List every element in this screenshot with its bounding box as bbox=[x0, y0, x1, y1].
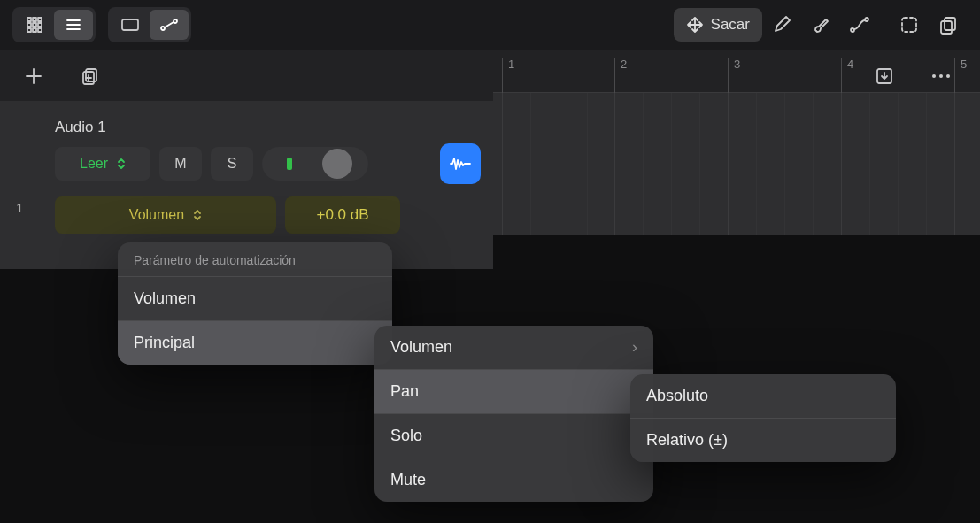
automation-value-field[interactable]: +0.0 dB bbox=[285, 196, 400, 234]
brush-tool-button[interactable] bbox=[801, 8, 840, 42]
svg-rect-5 bbox=[38, 23, 42, 27]
mute-button[interactable]: M bbox=[159, 147, 202, 181]
submenu-item-volumen[interactable]: Volumen › bbox=[374, 326, 653, 369]
submenu-item-mute[interactable]: Mute bbox=[374, 458, 653, 502]
automation-mode-button[interactable]: Leer bbox=[55, 147, 150, 181]
svg-rect-23 bbox=[86, 69, 96, 81]
automation-view-button[interactable] bbox=[150, 10, 189, 40]
automation-value-label: +0.0 dB bbox=[316, 206, 368, 224]
automation-mode-label: Leer bbox=[80, 156, 108, 172]
menu-item-volumen[interactable]: Volumen bbox=[118, 276, 392, 320]
automation-parameter-label: Volumen bbox=[129, 207, 184, 223]
pencil-tool-button[interactable] bbox=[762, 8, 801, 42]
svg-rect-6 bbox=[27, 28, 31, 32]
timeline-grid[interactable] bbox=[493, 93, 980, 235]
svg-rect-18 bbox=[902, 18, 916, 32]
region-view-button[interactable] bbox=[111, 10, 150, 40]
curve-tool-button[interactable] bbox=[840, 8, 879, 42]
duplicate-track-button[interactable] bbox=[74, 60, 106, 92]
submenu-item-solo[interactable]: Solo bbox=[374, 413, 653, 458]
principal-submenu: Volumen › Pan Solo Mute bbox=[374, 326, 653, 502]
add-track-button[interactable] bbox=[18, 60, 50, 92]
svg-rect-12 bbox=[122, 19, 138, 30]
meter-indicator bbox=[287, 158, 292, 170]
svg-rect-7 bbox=[33, 28, 36, 32]
copy-tool-button[interactable] bbox=[929, 8, 968, 42]
marquee-tool-button[interactable] bbox=[890, 8, 929, 42]
automation-parameter-menu: Parámetro de automatización Volumen Prin… bbox=[118, 242, 392, 365]
ruler-mark: 5 bbox=[954, 58, 967, 93]
svg-rect-20 bbox=[941, 21, 952, 34]
svg-rect-1 bbox=[33, 18, 36, 21]
timeline-ruler[interactable]: 1 2 3 4 5 bbox=[493, 50, 980, 93]
sacar-button[interactable]: Sacar bbox=[674, 8, 762, 42]
ruler-mark: 2 bbox=[614, 58, 627, 93]
sacar-label: Sacar bbox=[711, 16, 750, 34]
pan-option-relativo[interactable]: Relativo (±) bbox=[630, 418, 896, 462]
top-toolbar: Sacar bbox=[0, 0, 980, 50]
svg-rect-19 bbox=[945, 18, 955, 30]
svg-rect-4 bbox=[33, 23, 36, 27]
volume-slider[interactable] bbox=[262, 147, 368, 181]
submenu-item-pan[interactable]: Pan bbox=[374, 369, 653, 413]
chevron-right-icon: › bbox=[632, 338, 637, 357]
track-mode-group bbox=[108, 7, 191, 42]
grid-view-button[interactable] bbox=[15, 10, 54, 40]
track-index: 1 bbox=[16, 200, 23, 215]
move-icon bbox=[686, 16, 704, 34]
svg-rect-8 bbox=[38, 28, 42, 32]
svg-line-15 bbox=[165, 22, 174, 27]
ruler-mark: 3 bbox=[728, 58, 740, 93]
pan-option-absoluto[interactable]: Absoluto bbox=[630, 374, 896, 418]
view-mode-group bbox=[12, 7, 96, 42]
menu-header: Parámetro de automatización bbox=[118, 242, 392, 276]
ruler-mark: 1 bbox=[502, 58, 514, 93]
automation-parameter-select[interactable]: Volumen bbox=[55, 196, 276, 234]
pan-submenu: Absoluto Relativo (±) bbox=[630, 374, 896, 462]
solo-button[interactable]: S bbox=[211, 147, 253, 181]
track-name[interactable]: Audio 1 bbox=[12, 110, 481, 143]
svg-rect-2 bbox=[38, 18, 42, 21]
chevron-updown-icon bbox=[117, 158, 126, 170]
ruler-mark: 4 bbox=[841, 58, 853, 93]
menu-item-principal[interactable]: Principal bbox=[118, 320, 392, 365]
slider-knob[interactable] bbox=[322, 149, 352, 179]
list-view-button[interactable] bbox=[54, 10, 93, 40]
svg-rect-3 bbox=[27, 23, 31, 27]
input-monitor-button[interactable] bbox=[440, 143, 481, 184]
svg-rect-0 bbox=[27, 18, 31, 21]
chevron-updown-icon bbox=[193, 209, 202, 221]
